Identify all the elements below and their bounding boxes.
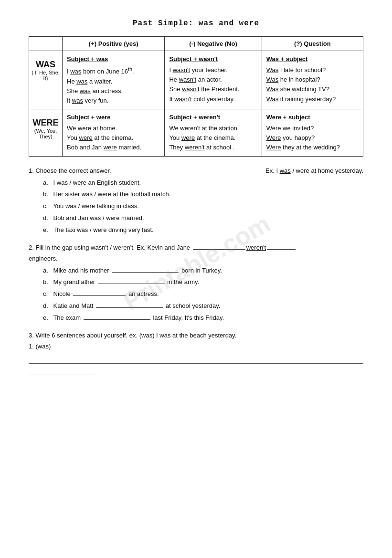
col-positive-header: (+) Positive (yes) — [63, 37, 165, 51]
exercise3-lines-1 — [29, 354, 363, 375]
was-negative-header: Subject + wasn't — [169, 54, 257, 64]
exercise2-item-b: b. My grandfather in the army. — [43, 277, 363, 287]
exercise3-block: 3. Write 6 sentences about yourself. ex.… — [29, 332, 363, 375]
exercise1-item-c: c. You was / were talking in class. — [43, 201, 363, 211]
exercise1-title: 1. Choose the correct answer. Ex. I was … — [29, 167, 363, 174]
exercise2-item-a: a. Mike and his mother born in Turkey. — [43, 266, 363, 276]
exercise1-example: Ex. I was / were at home yesterday. — [265, 167, 363, 174]
were-positive-header: Subject + were — [67, 113, 160, 122]
were-sublabel: (We, You, They) — [31, 128, 60, 139]
were-label: WERE — [31, 113, 60, 128]
exercise2-title: 2. Fill in the gap using wasn't / weren'… — [29, 244, 363, 251]
were-positive-cell: Subject + were We were at home. You were… — [63, 109, 165, 157]
exercise2-item-e: e. The exam last Friday. It's this Frida… — [43, 313, 363, 323]
exercise3-label-1: 1. (was) — [29, 343, 51, 350]
was-question-cell: Was + subject Was I late for school? Was… — [262, 51, 363, 109]
was-positive-cell: Subject + was I was born on June 16th. H… — [63, 51, 165, 109]
exercise2-example-end: engineers. — [29, 255, 363, 262]
exercise1-block: 1. Choose the correct answer. Ex. I was … — [29, 167, 363, 235]
col-empty — [29, 37, 63, 51]
were-negative-cell: Subject + weren't We weren't at the stat… — [165, 109, 262, 157]
exercise2-item-d: d. Katie and Matt at school yesterday. — [43, 301, 363, 311]
was-positive-header: Subject + was — [67, 54, 160, 64]
exercise3-title: 3. Write 6 sentences about yourself. ex.… — [29, 332, 363, 339]
exercise1-item-a: a. I was / were an English student. — [43, 178, 363, 188]
exercise3-item-1: 1. (was) — [29, 343, 363, 375]
exercise1-item-b: b. Her sister was / were at the football… — [43, 190, 363, 200]
col-question-header: (?) Question — [262, 37, 363, 51]
exercise2-item-c: c. Nicole an actress. — [43, 289, 363, 299]
example-fill-line — [193, 249, 245, 250]
exercise2-block: 2. Fill in the gap using wasn't / weren'… — [29, 244, 363, 323]
exercise1-item-d: d. Bob and Jan was / were married. — [43, 213, 363, 223]
was-negative-cell: Subject + wasn't I wasn't your teacher. … — [165, 51, 262, 109]
grammar-table: (+) Positive (yes) (-) Negative (No) (?)… — [29, 36, 363, 157]
were-negative-header: Subject + weren't — [169, 113, 257, 122]
was-sublabel: ( I, He, She, It) — [31, 70, 60, 81]
page-title: Past Simple: was and were — [29, 19, 363, 28]
was-label: WAS — [31, 55, 60, 70]
col-negative-header: (-) Negative (No) — [165, 37, 262, 51]
exercise1-item-e: e. The taxi was / were driving very fast… — [43, 225, 363, 235]
were-question-cell: Were + subject Were we invited? Were you… — [262, 109, 363, 157]
was-question-header: Was + subject — [266, 54, 359, 64]
were-question-header: Were + subject — [266, 113, 359, 122]
